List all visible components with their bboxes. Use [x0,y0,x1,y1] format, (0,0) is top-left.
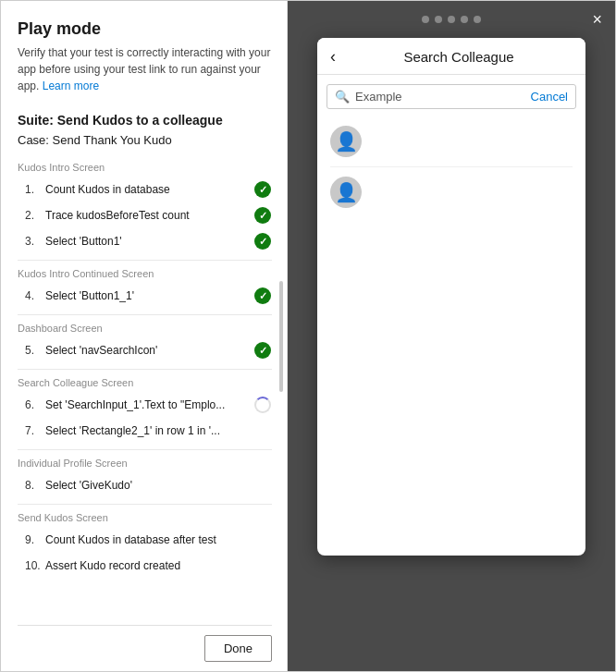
avatar: 👤 [330,126,362,157]
dot-2 [435,16,442,23]
person-icon: 👤 [335,183,358,202]
check-circle [254,207,271,224]
step-text: Select 'Button1' [45,234,246,250]
search-icon: 🔍 [335,90,350,104]
step-number: 1. [25,183,45,196]
close-button[interactable]: × [592,10,602,30]
step-check-icon [253,341,272,360]
step-row: 6.Set 'SearchInput_1'.Text to "Emplo... [18,392,272,418]
step-number: 7. [25,424,45,437]
step-row: 5.Select 'navSearchIcon' [18,337,272,363]
check-circle [254,342,271,359]
check-circle [254,233,271,250]
case-title: Case: Send Thank You Kudo [18,133,272,147]
step-text: Count Kudos in database after test [45,532,272,548]
left-panel: Play mode Verify that your test is corre… [1,1,288,671]
step-row: 8.Select 'GiveKudo' [18,472,272,498]
section-label-0: Kudos Intro Screen [18,162,272,173]
section-divider [18,260,272,261]
step-row: 3.Select 'Button1' [18,228,272,254]
phone-back-button[interactable]: ‹ [330,47,336,67]
person-icon: 👤 [335,132,358,151]
section-label-5: Send Kudos Screen [18,512,272,523]
scroll-indicator[interactable] [279,281,283,392]
step-row: 2.Trace kudosBeforeTest count [18,202,272,228]
step-check-icon [253,232,272,250]
step-number: 3. [25,235,45,248]
dot-1 [422,16,429,23]
phone-search-bar[interactable]: 🔍 Example Cancel [326,84,576,109]
step-number: 10. [25,559,45,572]
step-number: 6. [25,398,45,411]
step-row: 4.Select 'Button1_1' [18,283,272,309]
step-check-icon [253,206,272,225]
step-spinner-icon [253,396,272,414]
dot-5 [474,16,481,23]
check-circle [254,181,271,198]
step-row: 7.Select 'Rectangle2_1' in row 1 in '... [18,418,272,444]
step-number: 5. [25,344,45,357]
step-text: Select 'navSearchIcon' [45,343,246,359]
spinner-circle [254,397,271,413]
step-text: Count Kudos in database [45,182,246,198]
avatar: 👤 [330,177,362,208]
section-label-2: Dashboard Screen [18,323,272,334]
section-divider [18,369,272,370]
phone-frame: ‹ Search Colleague 🔍 Example Cancel 👤 👤 [317,38,585,556]
section-divider [18,449,272,450]
step-number: 8. [25,479,45,492]
phone-list: 👤 👤 [317,113,585,556]
check-circle [254,287,271,304]
step-text: Trace kudosBeforeTest count [45,208,246,224]
list-item[interactable]: 👤 [317,167,585,217]
done-button[interactable]: Done [204,635,272,662]
dot-3 [448,16,455,23]
step-check-icon [253,287,272,305]
steps-container: Kudos Intro Screen1.Count Kudos in datab… [18,154,272,579]
learn-more-link[interactable]: Learn more [43,79,99,92]
modal-overlay: Play mode Verify that your test is corre… [0,0,616,672]
right-panel: × ‹ Search Colleague 🔍 Example Cancel [288,1,615,671]
play-mode-subtitle: Verify that your test is correctly inter… [18,44,272,94]
suite-title: Suite: Send Kudos to a colleague [18,113,272,128]
done-btn-row: Done [18,625,272,662]
step-row: 10.Assert Kudo record created [18,553,272,579]
step-check-icon [253,180,272,199]
step-text: Set 'SearchInput_1'.Text to "Emplo... [45,397,246,413]
phone-cancel-button[interactable]: Cancel [531,90,568,104]
section-label-3: Search Colleague Screen [18,377,272,388]
play-mode-title: Play mode [18,19,272,39]
dots-row [422,16,481,23]
step-number: 9. [25,533,45,546]
step-row: 9.Count Kudos in database after test [18,527,272,553]
phone-header: ‹ Search Colleague [317,38,585,75]
phone-search-text: Example [355,90,531,104]
dot-4 [461,16,468,23]
section-divider [18,314,272,315]
step-text: Assert Kudo record created [45,558,272,574]
section-divider [18,504,272,505]
step-text: Select 'Rectangle2_1' in row 1 in '... [45,423,272,439]
section-label-1: Kudos Intro Continued Screen [18,268,272,279]
step-number: 2. [25,209,45,222]
section-label-4: Individual Profile Screen [18,458,272,469]
step-number: 4. [25,289,45,302]
list-item[interactable]: 👤 [317,116,585,166]
step-row: 1.Count Kudos in database [18,177,272,202]
step-text: Select 'GiveKudo' [45,478,272,494]
step-text: Select 'Button1_1' [45,288,246,304]
phone-screen-title: Search Colleague [345,49,573,65]
